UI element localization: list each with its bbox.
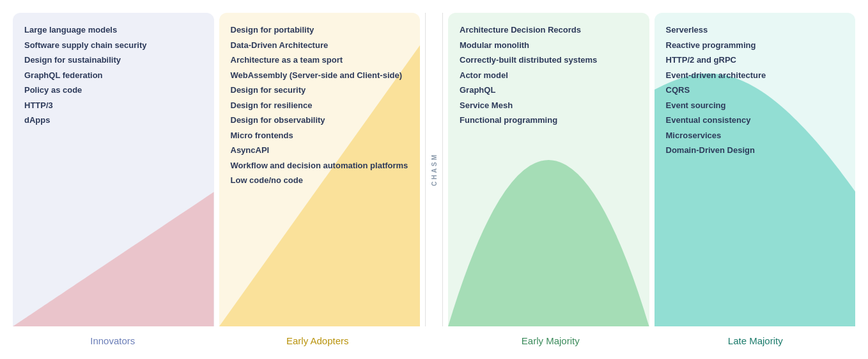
column-early-majority: Architecture Decision RecordsModular mon… bbox=[448, 13, 649, 326]
chasm-divider: CHASM bbox=[425, 13, 443, 326]
list-item: Eventual consistency bbox=[666, 115, 844, 126]
list-item: Functional programming bbox=[460, 115, 638, 126]
list-item: Service Mesh bbox=[460, 100, 638, 111]
list-item: Design for sustainability bbox=[24, 54, 203, 66]
list-item: Correctly-built distributed systems bbox=[460, 54, 638, 66]
list-item: Design for resilience bbox=[231, 100, 409, 111]
column-inner-late-majority: ServerlessReactive programmingHTTP/2 and… bbox=[655, 13, 856, 326]
column-innovators: Large language modelsSoftware supply cha… bbox=[13, 13, 214, 326]
list-item: Reactive programming bbox=[666, 40, 844, 51]
list-item: GraphQL federation bbox=[24, 70, 203, 81]
list-item: Design for portability bbox=[231, 24, 409, 36]
list-item: Modular monolith bbox=[460, 40, 638, 51]
list-item: Policy as code bbox=[24, 84, 203, 96]
list-item: GraphQL bbox=[460, 84, 638, 96]
technology-radar-chart: Large language modelsSoftware supply cha… bbox=[13, 13, 855, 350]
columns-container: Large language modelsSoftware supply cha… bbox=[13, 13, 855, 326]
list-item: Microservices bbox=[666, 130, 844, 141]
list-item: Event sourcing bbox=[666, 100, 844, 111]
list-item: CQRS bbox=[666, 84, 844, 96]
list-item: HTTP/2 and gRPC bbox=[666, 54, 844, 66]
list-item: Low code/no code bbox=[231, 175, 409, 186]
list-item: dApps bbox=[24, 115, 203, 126]
list-item: Software supply chain security bbox=[24, 40, 203, 51]
list-item: AsyncAPI bbox=[231, 145, 409, 156]
label-row: InnovatorsEarly AdoptersEarly MajorityLa… bbox=[13, 331, 855, 350]
list-item: Design for security bbox=[231, 84, 409, 96]
column-late-majority: ServerlessReactive programmingHTTP/2 and… bbox=[655, 13, 856, 326]
list-item: Domain-Driven Design bbox=[666, 145, 844, 156]
column-label-early-adopters: Early Adopters bbox=[218, 331, 418, 350]
list-item: Workflow and decision automation platfor… bbox=[231, 160, 409, 172]
list-item: Architecture Decision Records bbox=[460, 24, 638, 36]
column-label-early-majority: Early Majority bbox=[451, 331, 651, 350]
list-item: Serverless bbox=[666, 24, 844, 36]
column-inner-innovators: Large language modelsSoftware supply cha… bbox=[13, 13, 214, 326]
column-early-adopters: Design for portabilityData-Driven Archit… bbox=[219, 13, 421, 326]
column-label-innovators: Innovators bbox=[13, 331, 213, 350]
list-item: Design for observability bbox=[231, 115, 409, 126]
column-inner-early-adopters: Design for portabilityData-Driven Archit… bbox=[219, 13, 421, 326]
list-item: Large language models bbox=[24, 24, 203, 36]
list-item: Micro frontends bbox=[231, 130, 409, 141]
list-item: Data-Driven Architecture bbox=[231, 40, 409, 51]
column-inner-early-majority: Architecture Decision RecordsModular mon… bbox=[448, 13, 649, 326]
chasm-label: CHASM bbox=[431, 153, 438, 186]
column-label-late-majority: Late Majority bbox=[656, 331, 856, 350]
list-item: HTTP/3 bbox=[24, 100, 203, 111]
list-item: WebAssembly (Server-side and Client-side… bbox=[231, 70, 409, 81]
list-item: Architecture as a team sport bbox=[231, 54, 409, 66]
list-item: Event-driven architecture bbox=[666, 70, 844, 81]
list-item: Actor model bbox=[460, 70, 638, 81]
